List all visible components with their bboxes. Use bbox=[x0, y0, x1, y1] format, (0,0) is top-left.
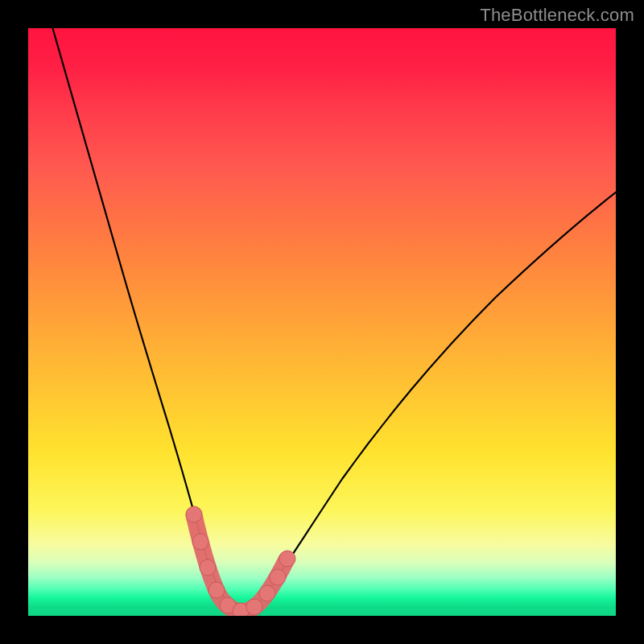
svg-point-4 bbox=[220, 597, 236, 613]
valley-highlight bbox=[194, 515, 287, 612]
curve-svg bbox=[28, 28, 616, 616]
svg-point-5 bbox=[233, 603, 249, 616]
watermark-text: TheBottleneck.com bbox=[480, 5, 634, 26]
svg-point-3 bbox=[208, 582, 225, 598]
svg-point-1 bbox=[192, 534, 208, 550]
svg-point-2 bbox=[200, 559, 216, 576]
chart-frame: TheBottleneck.com bbox=[0, 0, 644, 644]
svg-point-8 bbox=[270, 569, 286, 585]
bottleneck-curve bbox=[52, 28, 616, 611]
plot-area bbox=[28, 28, 616, 616]
svg-point-7 bbox=[259, 585, 275, 601]
svg-point-6 bbox=[246, 599, 262, 615]
svg-point-9 bbox=[279, 551, 295, 567]
svg-point-0 bbox=[186, 506, 202, 522]
highlight-dots bbox=[186, 506, 295, 616]
